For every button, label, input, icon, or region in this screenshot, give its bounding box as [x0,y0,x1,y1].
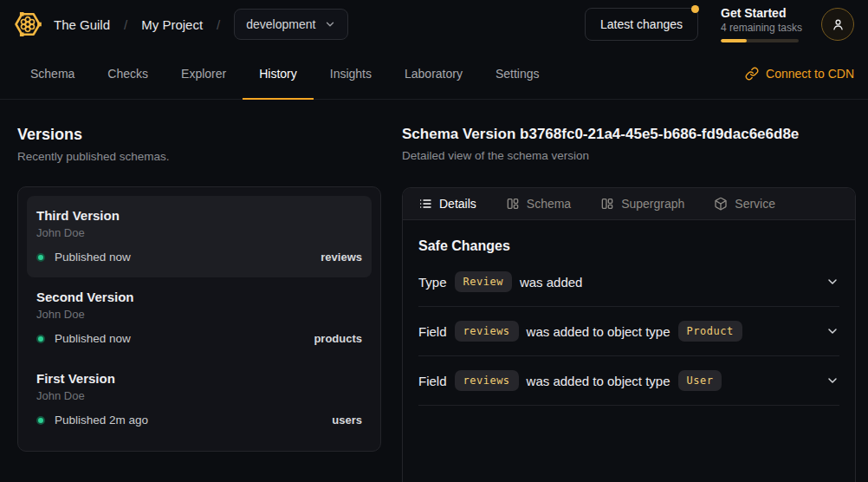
version-name: First Version [36,371,362,386]
change-code-badge: reviews [455,321,519,342]
breadcrumb-separator: / [215,17,222,32]
schema-version-detail-box: Details Schema Supergr [402,187,856,482]
expand-row-control[interactable] [826,324,839,338]
change-text: was added to object type [527,324,670,339]
schema-version-subtitle: Detailed view of the schema version [402,149,856,162]
detail-tab-details[interactable]: Details [418,197,476,211]
change-row[interactable]: Field reviews was added to object type P… [418,307,839,356]
link-icon [745,67,759,81]
change-prefix: Field [418,324,447,339]
detail-tab-schema[interactable]: Schema [506,197,571,211]
change-code-badge: reviews [455,370,519,391]
change-code-badge: Review [455,271,512,292]
user-avatar[interactable] [821,8,854,41]
detail-tab-service[interactable]: Service [714,197,775,211]
list-icon [418,197,432,211]
published-label: Published 2m ago [55,414,148,427]
detail-tab-label: Schema [527,197,571,211]
schema-version-title: Schema Version b3768fc0-21a4-45e5-b686-f… [402,126,856,143]
tab-insights[interactable]: Insights [314,49,388,100]
detail-tab-label: Service [735,197,775,211]
version-author: John Doe [36,389,362,402]
tab-laboratory[interactable]: Laboratory [388,49,479,100]
version-list-item[interactable]: First Version John Doe Published 2m ago … [27,359,372,440]
hive-logo-icon[interactable] [14,10,42,38]
safe-changes-title: Safe Changes [418,238,839,254]
get-started-subtitle: 4 remaining tasks [721,22,799,34]
chevron-down-icon [826,275,839,289]
change-row[interactable]: Field reviews was added to object type U… [418,356,839,406]
target-selector-value: development [246,17,315,31]
detail-tab-supergraph[interactable]: Supergraph [600,197,684,211]
get-started-progress-bar [721,39,799,42]
versions-panel: Versions Recently published schemas. Thi… [17,126,381,482]
top-bar: The Guild / My Project / development Lat… [0,0,868,49]
main-content: Versions Recently published schemas. Thi… [0,100,868,482]
published-label: Published now [55,251,131,264]
service-name: reviews [321,251,362,264]
detail-tab-label: Supergraph [621,197,684,211]
breadcrumb-project[interactable]: My Project [141,17,203,32]
detail-content: Safe Changes Type Review was added Field… [403,238,855,406]
versions-subtitle: Recently published schemas. [17,150,381,163]
detail-tab-label: Details [439,197,476,211]
change-text: was added [520,275,583,290]
version-author: John Doe [36,226,362,239]
published-status-dot [36,416,45,425]
versions-list: Third Version John Doe Published now rev… [17,186,381,452]
published-label: Published now [55,332,131,345]
target-selector[interactable]: development [234,9,348,40]
user-icon [831,17,845,32]
notification-dot [691,5,699,13]
tab-checks[interactable]: Checks [91,49,165,100]
version-name: Second Version [36,290,362,304]
change-type-badge: Product [678,321,742,342]
versions-title: Versions [17,126,381,144]
chevron-down-icon [324,18,336,30]
version-name: Third Version [36,208,362,223]
service-name: products [314,332,362,345]
progress-fill [721,39,747,42]
box-icon [714,197,728,211]
tab-settings[interactable]: Settings [479,49,556,100]
detail-tab-bar: Details Schema Supergr [403,188,855,220]
tab-history[interactable]: History [243,49,314,100]
latest-changes-label: Latest changes [600,17,683,31]
layout-columns-icon [506,197,520,211]
change-text: was added to object type [527,374,670,388]
get-started-widget[interactable]: Get Started 4 remaining tasks [721,6,799,42]
change-prefix: Type [418,275,447,290]
breadcrumb-separator: / [122,17,129,32]
expand-row-control[interactable] [826,374,839,388]
change-row[interactable]: Type Review was added [418,257,839,307]
change-type-badge: User [678,370,722,391]
tab-schema[interactable]: Schema [14,49,91,100]
tab-explorer[interactable]: Explorer [165,49,243,100]
chevron-down-icon [826,374,839,388]
connect-to-cdn-label: Connect to CDN [766,67,854,81]
version-list-item[interactable]: Second Version John Doe Published now pr… [27,277,372,359]
change-prefix: Field [418,374,447,388]
breadcrumb-org[interactable]: The Guild [54,17,110,32]
get-started-title: Get Started [721,6,799,20]
layout-columns-icon [600,197,614,211]
chevron-down-icon [826,324,839,338]
service-name: users [332,414,362,427]
schema-version-panel: Schema Version b3768fc0-21a4-45e5-b686-f… [402,126,856,482]
version-list-item[interactable]: Third Version John Doe Published now rev… [27,196,372,277]
latest-changes-button[interactable]: Latest changes [585,8,698,41]
project-nav: Schema Checks Explorer History Insights … [0,49,868,100]
expand-row-control[interactable] [826,275,839,289]
published-status-dot [36,253,45,262]
version-author: John Doe [36,308,362,321]
connect-to-cdn-link[interactable]: Connect to CDN [745,49,854,99]
published-status-dot [36,335,45,343]
